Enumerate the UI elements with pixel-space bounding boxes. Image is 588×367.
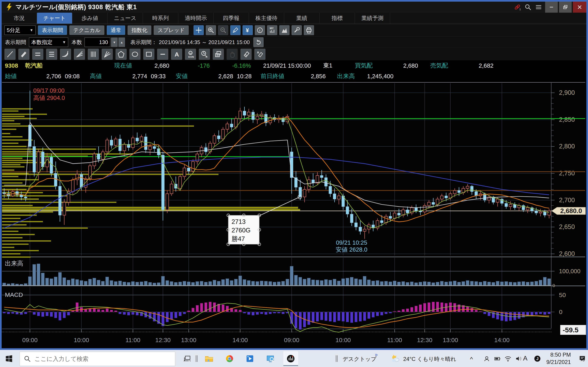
pencil-icon [232,26,239,34]
horizontal-line-tool-button[interactable] [157,49,168,60]
tab-5[interactable]: 時系列 [143,13,178,24]
fan-lines-tool-button[interactable] [74,49,85,60]
tab-6[interactable]: 適時開示 [178,13,214,24]
market-name: 東1 [323,62,332,70]
action-center-icon[interactable] [575,351,588,366]
crosshair-button[interactable] [194,25,204,35]
screen-search-icon[interactable] [263,351,278,366]
printer-button[interactable] [304,25,314,35]
my-chart-button[interactable]: MY [267,25,277,35]
pencil-button[interactable] [230,25,241,35]
parallel-pencil-tool-button[interactable] [18,49,29,60]
volume-label: 出来高 [337,72,355,80]
pentagon-tool-button[interactable] [116,49,127,60]
hand-icon [228,50,236,58]
time-cycle-tool-button[interactable] [199,49,210,60]
bar-count-input[interactable]: 130 [85,38,110,47]
ime-letter-icon[interactable]: A [523,355,527,362]
svg-text:14:00: 14:00 [233,337,248,343]
search-icon [524,3,532,11]
eraser-tool-button[interactable] [241,49,251,60]
svg-text:2,680.0: 2,680.0 [560,207,582,215]
clock-time[interactable]: 8:50 PM [544,352,571,358]
task-view-button[interactable] [180,351,194,366]
tab-4[interactable]: ニュース [108,13,143,24]
toolbar-button-3[interactable]: 通常 [107,25,125,35]
svg-text:14:00: 14:00 [494,337,510,343]
period-mode-select[interactable]: 本数指定 ▼ [29,38,68,47]
tab-2[interactable]: チャート [37,13,72,24]
reset-period-button[interactable] [253,37,264,47]
toolbar-button-5[interactable]: スプレッド [154,25,189,35]
weather-icon[interactable] [388,351,403,366]
zoom-out-icon [219,26,227,34]
link-button[interactable]: 1 [512,2,523,13]
quote-row-1: 9308 乾汽船 現在値 2,680 -176 -6.16% 21/09/21 … [2,60,586,71]
quote-row-2: 始値 2,706 09:08 高値 2,774 09:33 安値 2,628 1… [2,71,586,82]
tab-9[interactable]: 業績 [284,13,320,24]
close-button[interactable] [573,2,586,13]
ellipse-tool-button[interactable] [130,49,140,60]
toolbar-button-2[interactable]: テクニカル [69,25,104,35]
chrome-icon[interactable] [222,351,237,366]
minimize-button[interactable] [545,2,558,13]
vertical-lines-tool-button[interactable] [88,49,99,60]
pitchfork-tool-button[interactable] [102,49,113,60]
toolbar-button-1[interactable]: 表示期間 [38,25,67,35]
hand-tool-button[interactable] [227,49,238,60]
svg-text:0: 0 [559,309,562,315]
hidden-icons-chevron[interactable]: ^ [470,356,473,363]
menu-button[interactable] [533,2,544,13]
trend-line-tool-button[interactable] [4,49,16,60]
area-chart-button[interactable] [279,25,290,35]
three-hlines-tool-button[interactable] [46,49,57,60]
taskbar-search[interactable] [20,352,175,366]
icon-stamp-tool-button[interactable]: ICON [185,49,196,60]
info-button[interactable]: i [255,25,265,35]
media-app-icon[interactable] [242,351,257,366]
search-input[interactable] [34,355,165,363]
restore-button[interactable] [559,2,572,13]
trading-app-icon[interactable] [283,351,298,366]
svg-text:09/21 10:25: 09/21 10:25 [336,239,367,246]
chart-canvas[interactable]: 2,9002,8502,8002,7502,7002,6502,600100,0… [2,82,586,348]
period-mode-value: 本数指定 [31,39,52,46]
window-title: マルチツール(個別銘柄) 9308 乾汽船 東1 [16,3,137,11]
toolbar-button-4[interactable]: 指数化 [128,25,151,35]
tab-10[interactable]: 指標 [320,13,355,24]
duplicate-tool-button[interactable] [213,49,224,60]
stock-code: 9308 [5,62,18,69]
tab-11[interactable]: 業績予測 [355,13,390,24]
clock-date[interactable]: 9/21/2021 [541,359,571,365]
count-label: 本数 [71,39,82,46]
fib-arcs-tool-button[interactable] [60,49,71,60]
timeframe-select[interactable]: 5分足 ▼ [4,25,35,35]
weather-text[interactable]: 24°C くもり時々晴れ [403,355,456,363]
start-button[interactable] [2,351,16,366]
tab-3[interactable]: 歩み値 [72,13,108,24]
count-decrement-button[interactable]: ▼ [111,38,118,47]
rectangle-tool-button[interactable] [143,49,154,60]
svg-text:12:30: 12:30 [155,337,171,343]
desktop-toolbar-label[interactable]: デスクトップ [343,355,376,363]
yen-button[interactable]: ¥ [242,25,253,35]
svg-text:09:00: 09:00 [284,337,299,343]
two-hlines-tool-button[interactable] [32,49,43,60]
count-increment-button[interactable]: ▲ [118,38,125,47]
tab-1[interactable]: 市況 [2,13,37,24]
zoom-in-button[interactable] [206,25,216,35]
tab-8[interactable]: 株主優待 [249,13,284,24]
toolbar-overflow-chevron[interactable]: » [375,352,378,358]
fan-lines-icon [75,50,84,58]
svg-text:2,600: 2,600 [559,250,575,257]
svg-text:A: A [257,51,259,54]
text-tool-button[interactable]: A [171,49,182,60]
search-button[interactable] [523,2,533,13]
svg-text:2,700: 2,700 [559,197,575,204]
tab-7[interactable]: 四季報 [214,13,249,24]
svg-text:0: 0 [553,283,555,288]
file-explorer-icon[interactable] [202,351,216,366]
zoom-out-button[interactable] [218,25,228,35]
wrench-button[interactable] [292,25,302,35]
eraser-text-tool-button[interactable]: A [254,49,265,60]
